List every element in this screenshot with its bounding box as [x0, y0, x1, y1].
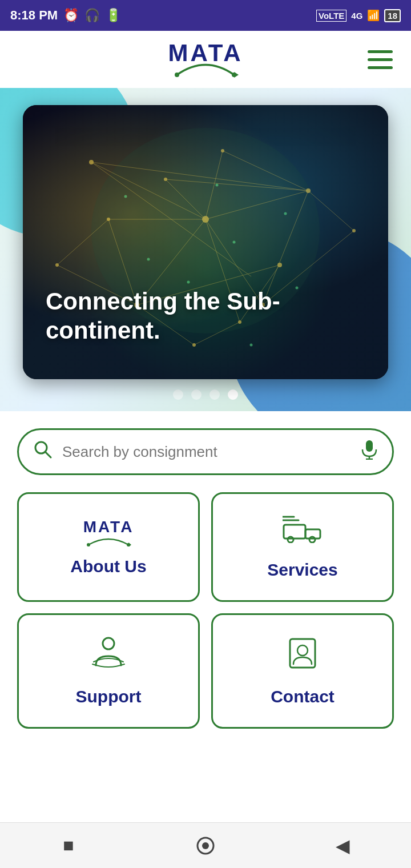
svg-point-28	[306, 188, 311, 193]
svg-line-48	[45, 452, 51, 457]
svg-point-52	[87, 543, 90, 546]
slider-dots	[23, 389, 388, 400]
svg-point-58	[309, 537, 315, 542]
dot-1[interactable]	[173, 389, 183, 400]
time: 8:18 PM	[10, 8, 58, 23]
4g-icon: 4G	[351, 11, 362, 21]
support-label: Support	[76, 687, 142, 706]
status-right: VoLTE 4G 📶 18	[316, 9, 401, 22]
about-us-button[interactable]: MATA About Us	[17, 492, 200, 602]
svg-point-35	[352, 229, 356, 232]
status-bar: 8:18 PM ⏰ 🎧 🔋 VoLTE 4G 📶 18	[0, 0, 411, 31]
svg-marker-2	[234, 72, 239, 78]
slider-headline: Connecting the Sub-continent.	[46, 287, 388, 345]
svg-point-31	[202, 216, 209, 223]
signal-icon: 📶	[367, 9, 380, 22]
svg-point-33	[164, 178, 167, 181]
logo: MATA	[168, 41, 243, 78]
svg-point-61	[103, 638, 114, 649]
battery-level: 18	[384, 9, 401, 22]
support-button[interactable]: Support	[17, 613, 200, 729]
dot-3[interactable]	[209, 389, 220, 400]
slider-card: Connecting the Sub-continent.	[23, 105, 388, 379]
headphone-icon: 🎧	[84, 8, 100, 23]
svg-point-41	[187, 281, 190, 284]
mic-icon[interactable]	[360, 439, 378, 464]
slider-wrapper: Connecting the Sub-continent.	[0, 88, 411, 411]
alarm-icon: ⏰	[63, 8, 79, 23]
support-icon	[91, 636, 126, 677]
search-icon	[33, 439, 53, 464]
search-input[interactable]	[62, 443, 360, 461]
grid-buttons: MATA About Us	[17, 492, 394, 729]
search-bar[interactable]	[17, 428, 394, 475]
dot-2[interactable]	[191, 389, 202, 400]
contact-button[interactable]: Contact	[211, 613, 394, 729]
services-label: Services	[267, 560, 337, 580]
logo-arc	[171, 61, 240, 78]
contact-icon	[285, 636, 320, 677]
home-button[interactable]	[188, 829, 223, 863]
about-us-label: About Us	[70, 557, 146, 576]
svg-point-65	[202, 842, 209, 849]
svg-rect-55	[284, 525, 305, 539]
svg-point-30	[107, 218, 110, 221]
stop-button[interactable]: ■	[51, 829, 86, 863]
svg-point-40	[233, 241, 236, 244]
main-content: MATA About Us	[0, 411, 411, 752]
svg-point-57	[288, 537, 293, 542]
battery-icon: 🔋	[106, 8, 121, 23]
svg-point-38	[277, 263, 282, 267]
bottom-spacer	[0, 752, 411, 809]
contact-label: Contact	[271, 687, 335, 706]
dot-4[interactable]	[228, 389, 238, 400]
svg-point-0	[175, 73, 179, 77]
svg-point-34	[221, 149, 224, 152]
volte-icon: VoLTE	[316, 10, 346, 22]
hamburger-line-1	[368, 50, 393, 53]
svg-point-42	[284, 212, 287, 215]
back-button[interactable]: ◀	[325, 829, 360, 863]
svg-marker-54	[128, 542, 131, 546]
svg-point-26	[89, 160, 94, 164]
about-us-icon: MATA	[83, 518, 134, 546]
svg-point-36	[55, 263, 59, 267]
svg-point-44	[147, 258, 150, 261]
hero-section: Connecting the Sub-continent.	[0, 88, 411, 411]
hamburger-menu[interactable]	[363, 46, 397, 74]
hamburger-line-2	[368, 58, 393, 61]
status-left: 8:18 PM ⏰ 🎧 🔋	[10, 8, 121, 23]
svg-point-39	[124, 195, 127, 198]
svg-point-63	[297, 645, 308, 656]
hamburger-line-3	[368, 66, 393, 69]
svg-rect-49	[366, 440, 373, 452]
services-button[interactable]: Services	[211, 492, 394, 602]
services-icon	[283, 515, 323, 550]
svg-point-43	[216, 184, 219, 187]
header: MATA	[0, 31, 411, 88]
bottom-nav: ■ ◀	[0, 822, 411, 868]
